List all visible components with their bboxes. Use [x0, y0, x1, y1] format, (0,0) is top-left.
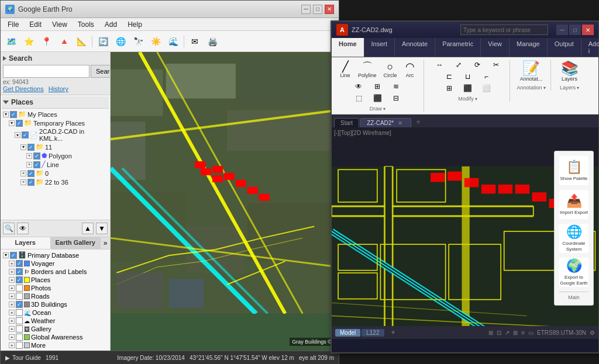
checkbox-my-places[interactable]: ✓ [10, 111, 17, 118]
layer-weather[interactable]: + ☁ Weather [8, 317, 109, 325]
expander-primary-db[interactable]: ▾ [3, 252, 9, 258]
expander-line[interactable]: + [26, 162, 32, 168]
ge-map[interactable]: Gray Buildings © [111, 52, 339, 351]
checkbox-polygon[interactable]: ✓ [33, 152, 40, 160]
checkbox-voyager[interactable]: ✓ [16, 260, 23, 267]
toolbar-btn-8[interactable]: 🔭 [130, 33, 146, 50]
layer-global[interactable]: + Global Awareness [8, 333, 109, 341]
maximize-button[interactable]: □ [313, 5, 322, 14]
places-folder-11[interactable]: ▾ ✓ 📁 11 [19, 143, 109, 151]
status-settings[interactable]: ⚙ [590, 330, 595, 336]
toolbar-btn-3[interactable]: 📍 [38, 33, 54, 50]
menu-edit[interactable]: Edit [25, 19, 46, 30]
layers-group-label[interactable]: Layers ▾ [560, 85, 579, 91]
layer-3d-buildings[interactable]: + ✓ 3D Buildings [8, 300, 109, 308]
layer-places-item[interactable]: + ✓ Places [8, 276, 109, 284]
toolbar-btn-5[interactable]: 📐 [73, 33, 89, 50]
draw-extra-3[interactable]: ≋ [387, 81, 405, 92]
expander-my-places[interactable]: ▾ [3, 112, 9, 117]
toolbar-btn-12[interactable]: 🖨️ [204, 33, 221, 50]
ribbon-tab-addin[interactable]: Add-i [581, 38, 599, 57]
places-my-places[interactable]: ▾ ✓ 📁 My Places [2, 110, 109, 119]
search-input[interactable] [3, 65, 89, 78]
places-polygon[interactable]: + ✓ ⬟ Polygon [25, 151, 109, 160]
expander-11[interactable]: ▾ [20, 144, 26, 150]
checkbox-temporary[interactable]: ✓ [16, 120, 23, 127]
move-up-btn[interactable]: ▲ [82, 223, 94, 234]
expander-borders[interactable]: + [9, 269, 15, 275]
tour-guide-btn[interactable]: ▶ Tour Guide [5, 355, 41, 361]
checkbox-22[interactable]: ✓ [27, 179, 35, 186]
modify-btn-5[interactable]: ⊏ [440, 71, 458, 82]
ribbon-tab-home[interactable]: Home [332, 38, 364, 57]
checkbox-more[interactable] [16, 342, 23, 349]
expander-roads[interactable]: + [9, 293, 15, 299]
layer-voyager[interactable]: + ✓ Voyager [8, 259, 109, 268]
annotation-group-label[interactable]: Annotation ▾ [517, 85, 546, 91]
toolbar-btn-7[interactable]: 🌐 [112, 33, 129, 50]
checkbox-places-layer[interactable]: ✓ [16, 276, 23, 283]
checkbox-11[interactable]: ✓ [27, 144, 35, 151]
get-directions-link[interactable]: Get Directions [3, 85, 44, 92]
move-down-btn[interactable]: ▼ [96, 223, 108, 234]
modify-btn-3[interactable]: ⟳ [469, 60, 486, 70]
checkbox-gallery[interactable] [16, 325, 23, 332]
layer-primary-db[interactable]: ▾ ✓ 🗄️ Primary Database [2, 251, 109, 259]
toolbar-btn-4[interactable]: 🔺 [56, 33, 72, 50]
expander-places-layer[interactable]: + [9, 277, 15, 283]
expander-0[interactable]: + [20, 171, 26, 176]
export-to-ge-btn[interactable]: 🌍 Export to Google Earth [559, 258, 588, 287]
draw-group-label[interactable]: Draw ▾ [370, 106, 385, 112]
modify-btn-7[interactable]: ⌐ [478, 71, 495, 82]
show-palette-btn[interactable]: 📋 Show Palette [559, 156, 588, 185]
toolbar-btn-11[interactable]: ✉ [187, 33, 203, 50]
import-export-btn[interactable]: 📤 Import Export [559, 190, 588, 219]
modify-btn-1[interactable]: ↔ [431, 60, 449, 70]
expander-global[interactable]: + [9, 334, 15, 340]
draw-extra-2[interactable]: ⊞ [369, 81, 386, 92]
acad-viewport[interactable]: [-][Top][2D Wireframe] [332, 127, 598, 326]
acad-close-btn[interactable]: ✕ [582, 25, 594, 35]
menu-add[interactable]: Add [100, 19, 122, 30]
draw-line-btn[interactable]: ╱ Line [336, 60, 354, 80]
checkbox-weather[interactable] [16, 317, 23, 324]
draw-circle-btn[interactable]: ○ Circle [381, 60, 400, 80]
layer-roads[interactable]: + Roads [8, 292, 109, 300]
draw-extra-1[interactable]: 👁 [350, 81, 367, 92]
ribbon-tab-manage[interactable]: Manage [510, 38, 548, 57]
expander-weather[interactable]: + [9, 318, 15, 324]
checkbox-photos[interactable] [16, 285, 23, 292]
modify-btn-6[interactable]: ⊔ [459, 71, 477, 82]
minimize-button[interactable]: ─ [301, 5, 311, 14]
toolbar-btn-9[interactable]: ☀️ [147, 33, 164, 50]
zoom-to-btn[interactable]: 🔍 [3, 223, 15, 234]
toolbar-btn-6[interactable]: 🔄 [95, 33, 111, 50]
acad-restore-btn[interactable]: □ [569, 25, 581, 35]
draw-arc-btn[interactable]: ◠ Arc [401, 60, 419, 80]
ribbon-tab-output[interactable]: Output [548, 38, 581, 57]
layout-tab[interactable]: L122 [362, 329, 384, 337]
expander-gallery[interactable]: + [9, 326, 15, 332]
model-tab[interactable]: Model [335, 329, 360, 337]
layers-tab-arrow[interactable]: » [101, 237, 110, 249]
places-temporary[interactable]: ▾ ✓ 📁 Temporary Places [8, 119, 109, 127]
layer-photos[interactable]: + Photos [8, 284, 109, 292]
places-section-header[interactable]: Places [2, 96, 109, 109]
checkbox-0[interactable]: ✓ [27, 170, 35, 177]
expander-kml[interactable]: ▾ [15, 132, 20, 138]
ribbon-tab-view[interactable]: View [481, 38, 510, 57]
checkbox-kml[interactable]: ✓ [22, 131, 29, 138]
layer-more[interactable]: + More [8, 341, 109, 349]
ribbon-tab-annotate[interactable]: Annotate [395, 38, 435, 57]
menu-view[interactable]: View [47, 19, 72, 30]
menu-file[interactable]: File [3, 19, 23, 30]
draw-polyline-btn[interactable]: ⌒ Polyline [355, 60, 380, 80]
checkbox-primary-db[interactable]: ✓ [10, 252, 17, 259]
toolbar-btn-1[interactable]: 🗺️ [3, 33, 19, 50]
expander-voyager[interactable]: + [9, 261, 15, 266]
places-line[interactable]: + ✓ ╱ Line [25, 160, 109, 169]
checkbox-3d-buildings[interactable]: ✓ [16, 301, 23, 308]
draw-extra-6[interactable]: ⊟ [387, 93, 405, 103]
checkbox-roads[interactable] [16, 293, 23, 300]
expander-temporary[interactable]: ▾ [9, 120, 15, 126]
